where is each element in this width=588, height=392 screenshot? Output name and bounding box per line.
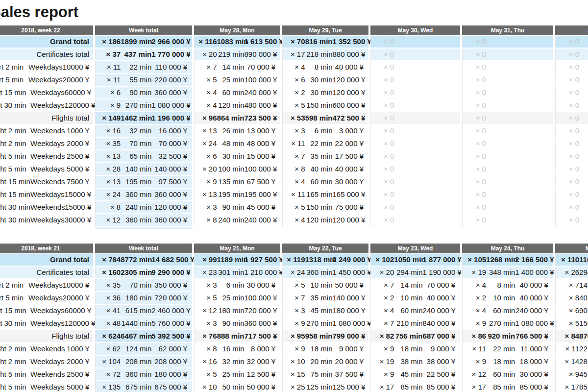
cell-min: 1189 min	[217, 254, 245, 266]
cell-min: 301 min	[217, 267, 245, 278]
cell-min: 1083 min	[217, 36, 245, 48]
cell-group: × 5150 min	[555, 318, 588, 330]
cell-yen	[515, 74, 553, 86]
cell-count: × 70	[283, 36, 305, 48]
cell-min: 6 min	[217, 279, 245, 291]
cell-min: 60 min	[305, 176, 333, 188]
cell-group: × 48 min40 000 ¥	[462, 279, 553, 292]
cell-group: × 1122 min22 000 ¥	[282, 138, 368, 150]
cell-min: 10 min	[394, 292, 422, 304]
row-label-cell: Flight 30 minWeekends15000 ¥	[0, 201, 93, 214]
cell-group: × 714 min70 000 ¥	[194, 61, 280, 74]
table-row: Cert 2 minWeekdays10000 ¥× 1122 min110 0…	[0, 61, 588, 74]
cell-group: × 8240 min120 000 ¥	[95, 201, 192, 214]
cell-group: × 19348 min1 400 000 ¥	[462, 267, 553, 279]
cell-count: × 0	[556, 36, 579, 48]
item-type: Weekdays	[25, 138, 65, 149]
cell-yen: 9 000 ¥	[423, 343, 460, 355]
cell-group: × 1365 min32 500 ¥	[95, 150, 192, 163]
cell-min	[486, 138, 515, 149]
column-header: May 30, Wed	[370, 25, 460, 35]
cell-group: × 0	[462, 176, 553, 189]
cell-min: 615 min	[121, 305, 151, 317]
cell-min: 294 min	[394, 267, 422, 278]
item-name: Flight 15 min	[0, 176, 25, 188]
cell-group: × 390 min360 000 ¥	[194, 318, 280, 330]
item-name: Cert 5 min	[0, 74, 24, 86]
cell-count: × 6	[283, 74, 305, 86]
cell-min: 22 min	[121, 61, 151, 73]
cell-min	[579, 201, 588, 213]
row-label: Flights total	[0, 330, 93, 342]
cell-yen: 70 000 ¥	[245, 61, 281, 73]
cell-yen: 208 000 ¥	[151, 356, 192, 368]
item-name: Cert 2 min	[0, 279, 24, 291]
report-body: 2018, week 22Week totalMay 28, MonMay 29…	[0, 25, 588, 392]
cell-count: × 2	[371, 292, 394, 304]
item-price: 30000 ¥	[65, 214, 95, 226]
cell-group: × 1785 min	[555, 381, 588, 392]
cell-group: × 104208 min208 000 ¥	[95, 356, 192, 368]
cell-yen: 240 000 ¥	[515, 305, 553, 317]
cell-min: 120 min	[305, 214, 333, 226]
cell-yen: 16 000 ¥	[151, 125, 192, 137]
cell-min: 16 min	[217, 343, 245, 355]
cell-count: × 53	[283, 112, 305, 124]
cell-min: 888 min	[217, 330, 245, 342]
cell-count: × 0	[371, 176, 394, 188]
cell-group: × 1575 min37 500 ¥	[282, 368, 368, 381]
cell-count: × 16	[195, 356, 217, 368]
cell-group: × 0	[462, 112, 553, 125]
cell-group: × 0	[462, 138, 553, 150]
cell-group: × 0	[555, 150, 588, 163]
cell-count: × 24	[96, 189, 121, 200]
cell-count: × 20	[195, 49, 217, 60]
cell-min: 180 min	[121, 292, 151, 304]
column-header: May 21, Mon	[194, 244, 280, 253]
cell-min	[579, 61, 588, 73]
row-label-cell: Cert 15 minWeekdays60000 ¥	[0, 87, 93, 99]
cell-yen: 1 196 000 ¥	[151, 112, 192, 124]
cell-count: × 0	[371, 150, 394, 162]
cell-min	[579, 176, 588, 188]
item-type: Weekends	[25, 176, 65, 188]
cell-min	[394, 189, 422, 200]
cell-count: × 2	[283, 87, 305, 98]
cell-count: × 9	[283, 318, 305, 329]
cell-group: × 460 min240 000 ¥	[370, 305, 460, 318]
cell-min: 756 min	[394, 330, 422, 342]
cell-yen: 2 460 000 ¥	[151, 305, 192, 317]
table-row: Cert 5 minWeekdays20000 ¥× 1155 min220 0…	[0, 74, 588, 87]
cell-count: × 6	[556, 305, 579, 317]
cell-group: × 0	[370, 189, 460, 201]
item-type: Weekends	[25, 201, 65, 213]
cell-yen: 9 000 ¥	[333, 343, 369, 355]
cell-min: 30 min	[217, 150, 245, 162]
cell-count: × 5	[195, 368, 217, 380]
cell-group: × 1938 min38 000 ¥	[370, 356, 460, 368]
cell-count: × 0	[556, 112, 579, 124]
cell-yen: 20 000 ¥	[333, 356, 369, 368]
cell-group: × 4120 min120 000 ¥	[282, 214, 368, 227]
table-row: Flight 5 minWeekdays5000 ¥× 28140 min140…	[0, 163, 588, 176]
cell-group: × 17218 min880 000 ¥	[282, 49, 368, 61]
item-name: Cert 2 min	[0, 61, 24, 73]
cell-group: × 0	[555, 125, 588, 138]
cell-count: × 3	[283, 305, 305, 317]
cell-group: × 28140 min140 000 ¥	[95, 163, 192, 176]
cell-group: × 0	[462, 214, 553, 227]
cell-min: 60 min	[486, 305, 515, 317]
cell-min	[486, 112, 515, 124]
cell-min: 20 min	[305, 356, 333, 368]
cell-count: × 8	[283, 163, 305, 175]
cell-group: × 840 min40 000 ¥	[282, 163, 368, 176]
item-type: Weekends	[25, 150, 65, 162]
cell-min: 70 min	[121, 279, 151, 291]
cell-yen	[515, 112, 553, 124]
cell-count: × 3	[195, 201, 217, 213]
cell-min: 26 min	[217, 125, 245, 137]
cell-group: × 7848772 min14 682 500 ¥	[95, 254, 192, 267]
item-type: Weekdays	[24, 279, 63, 291]
cell-count: × 104	[96, 356, 121, 368]
cell-min	[486, 189, 515, 200]
